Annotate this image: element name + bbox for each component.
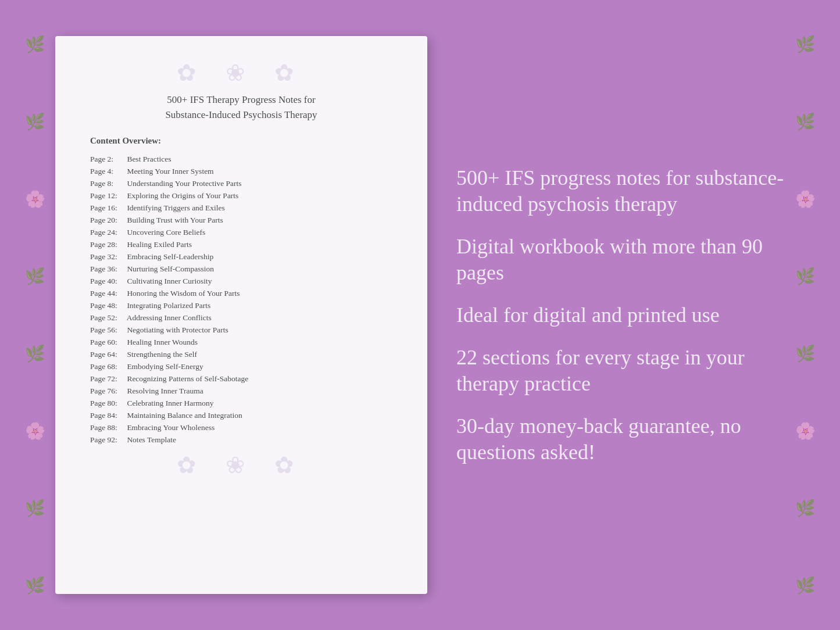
toc-item: Page 72: Recognizing Patterns of Self-Sa…: [90, 373, 392, 385]
toc-item: Page 36: Nurturing Self-Compassion: [90, 263, 392, 275]
floral-sprig: 🌿: [795, 269, 816, 285]
doc-decoration-bottom: ✿ ❀ ✿: [90, 452, 392, 479]
toc-item: Page 12: Exploring the Origins of Your P…: [90, 189, 392, 202]
toc-item: Page 64: Strengthening the Self: [90, 348, 392, 360]
floral-sprig: 🌸: [795, 423, 816, 439]
floral-sprig: 🌿: [795, 114, 816, 130]
floral-sprig: 🌸: [795, 191, 816, 207]
toc-item: Page 44: Honoring the Wisdom of Your Par…: [90, 287, 392, 299]
floral-sprig: 🌿: [25, 37, 45, 53]
feature-4: 22 sections for every stage in your ther…: [456, 345, 805, 397]
table-of-contents: Page 2: Best PracticesPage 4: Meeting Yo…: [90, 153, 392, 446]
floral-sprig: 🌸: [25, 191, 45, 207]
content-overview-label: Content Overview:: [90, 136, 392, 146]
floral-sprig: 🌿: [25, 500, 45, 517]
feature-3: Ideal for digital and printed use: [456, 302, 805, 328]
feature-5: 30-day money-back guarantee, no question…: [456, 413, 805, 466]
feature-1: 500+ IFS progress notes for substance-in…: [456, 165, 805, 217]
floral-sprig: 🌿: [795, 578, 816, 594]
toc-item: Page 40: Cultivating Inner Curiosity: [90, 275, 392, 287]
floral-sprig: 🌿: [25, 578, 45, 594]
toc-item: Page 80: Celebrating Inner Harmony: [90, 397, 392, 409]
doc-decoration-top: ✿ ❀ ✿: [90, 59, 392, 87]
toc-item: Page 2: Best Practices: [90, 153, 392, 165]
toc-item: Page 56: Negotiating with Protector Part…: [90, 324, 392, 336]
toc-item: Page 68: Embodying Self-Energy: [90, 360, 392, 373]
toc-item: Page 28: Healing Exiled Parts: [90, 238, 392, 250]
document-preview: ✿ ❀ ✿ 500+ IFS Therapy Progress Notes fo…: [55, 36, 427, 594]
toc-item: Page 4: Meeting Your Inner System: [90, 165, 392, 177]
toc-item: Page 32: Embracing Self-Leadership: [90, 250, 392, 263]
floral-sprig: 🌿: [25, 114, 45, 130]
floral-sprig: 🌿: [795, 346, 816, 362]
floral-border-right: 🌿 🌿 🌸 🌿 🌿 🌸 🌿 🌿: [770, 0, 840, 630]
floral-sprig: 🌿: [795, 500, 816, 517]
floral-sprig: 🌿: [795, 37, 816, 53]
toc-item: Page 92: Notes Template: [90, 434, 392, 446]
toc-item: Page 60: Healing Inner Wounds: [90, 336, 392, 348]
feature-2: Digital workbook with more than 90 pages: [456, 234, 805, 286]
toc-item: Page 48: Integrating Polarized Parts: [90, 299, 392, 312]
floral-sprig: 🌸: [25, 423, 45, 439]
toc-item: Page 76: Resolving Inner Trauma: [90, 385, 392, 397]
toc-item: Page 84: Maintaining Balance and Integra…: [90, 409, 392, 421]
toc-item: Page 88: Embracing Your Wholeness: [90, 421, 392, 434]
right-panel: 500+ IFS progress notes for substance-in…: [456, 165, 805, 466]
floral-sprig: 🌿: [25, 269, 45, 285]
toc-item: Page 24: Uncovering Core Beliefs: [90, 226, 392, 238]
floral-sprig: 🌿: [25, 346, 45, 362]
document-title: 500+ IFS Therapy Progress Notes for Subs…: [165, 92, 317, 122]
toc-item: Page 8: Understanding Your Protective Pa…: [90, 177, 392, 189]
toc-item: Page 20: Building Trust with Your Parts: [90, 214, 392, 226]
toc-item: Page 52: Addressing Inner Conflicts: [90, 312, 392, 324]
toc-item: Page 16: Identifying Triggers and Exiles: [90, 202, 392, 214]
